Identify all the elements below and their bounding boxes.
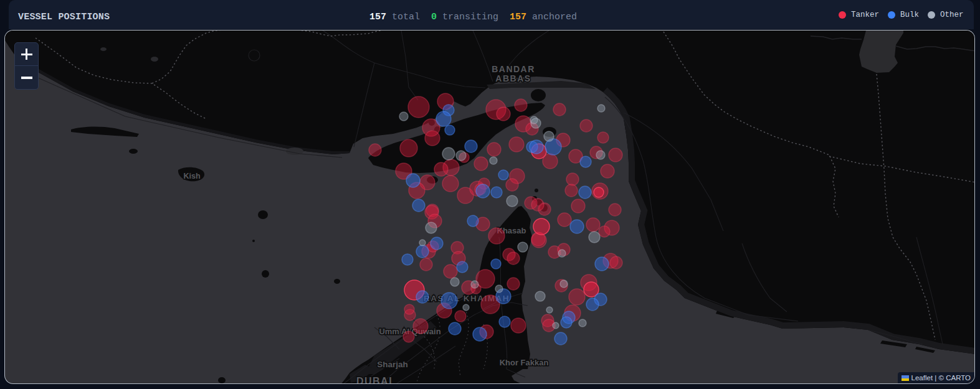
svg-text:BANDAR: BANDAR <box>492 64 535 74</box>
svg-text:Kish: Kish <box>183 172 200 180</box>
svg-text:Sharjah: Sharjah <box>377 360 408 369</box>
svg-text:ABBAS: ABBAS <box>495 73 531 83</box>
svg-text:Khor Fakkan: Khor Fakkan <box>500 358 549 367</box>
svg-text:DUBAI: DUBAI <box>356 376 392 384</box>
